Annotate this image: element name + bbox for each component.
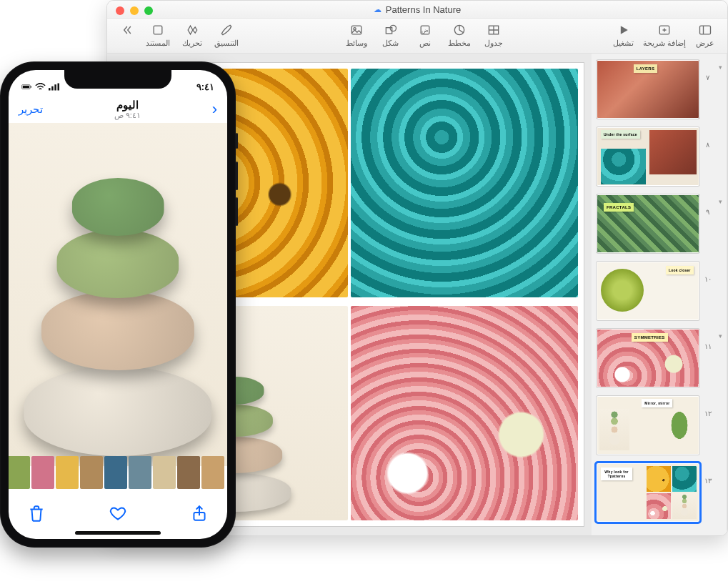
home-indicator[interactable]: [75, 531, 161, 535]
slide-image-shells[interactable]: [351, 306, 578, 520]
nav-header: ‹ اليوم ٩:٤١ ص تحرير: [9, 97, 227, 124]
document-button[interactable]: المستند: [143, 21, 173, 48]
nav-item-10[interactable]: ١٠ Look closer: [596, 261, 722, 321]
titlebar: Patterns In Nature ☁: [107, 1, 727, 19]
trash-button[interactable]: [27, 504, 46, 525]
media-button[interactable]: وسائط: [341, 21, 372, 48]
nav-item-7[interactable]: ▾ ٧ LAYERS: [596, 59, 722, 119]
battery-icon: [21, 83, 32, 91]
volume-up-button[interactable]: [236, 162, 238, 190]
window-title: Patterns In Nature: [386, 4, 462, 15]
wifi-icon: [35, 83, 46, 91]
play-button[interactable]: تشغيل: [609, 21, 639, 48]
sidebar-icon: [693, 21, 717, 39]
add-slide-button[interactable]: إضافة شريحة: [643, 21, 686, 48]
brush-icon: [214, 21, 239, 39]
minimize-icon[interactable]: [130, 6, 139, 15]
chevron-down-icon[interactable]: ▾: [715, 194, 722, 205]
play-icon: [612, 21, 636, 39]
window-controls: [116, 6, 153, 15]
nav-item-11[interactable]: ▾ ١١ SYMMETRIES: [596, 328, 722, 388]
slide-navigator[interactable]: ▾ ٧ LAYERS ٨ Under the surface ▾ ٩: [592, 54, 727, 535]
slide-thumbnail[interactable]: LAYERS: [596, 59, 700, 119]
svg-rect-22: [23, 85, 29, 87]
animate-button[interactable]: تحريك: [177, 21, 207, 48]
animate-icon: [180, 21, 204, 39]
slide-thumbnail[interactable]: Under the surface: [596, 127, 700, 187]
svg-rect-20: [58, 83, 60, 90]
svg-rect-19: [54, 84, 56, 90]
slide-thumbnail[interactable]: SYMMETRIES: [596, 328, 700, 388]
svg-rect-23: [31, 86, 31, 87]
svg-rect-14: [351, 26, 361, 34]
chevron-down-icon[interactable]: ▾: [715, 328, 722, 340]
format-button[interactable]: التنسيق: [211, 21, 241, 48]
slide-thumbnail[interactable]: Look closer: [596, 261, 700, 321]
edit-button[interactable]: تحرير: [19, 103, 43, 116]
slide-image-teal[interactable]: [351, 69, 578, 297]
svg-rect-16: [154, 26, 162, 34]
svg-marker-5: [621, 26, 628, 34]
plus-slide-icon: [652, 21, 677, 39]
nav-item-13[interactable]: ١٣ Why look for patterns?: [596, 462, 722, 523]
zoom-icon[interactable]: [144, 6, 153, 15]
text-button[interactable]: ض نص: [410, 21, 440, 48]
photo-hero[interactable]: [9, 123, 227, 466]
text-icon: ض: [413, 21, 437, 39]
svg-point-13: [390, 25, 396, 31]
nav-item-9[interactable]: ▾ ٩ FRACTALS: [596, 194, 722, 254]
svg-rect-0: [700, 26, 711, 34]
slide-thumbnail[interactable]: FRACTALS: [596, 194, 700, 254]
iphone-screen: ٩:٤١ ‹ اليوم ٩:٤١ ص تحرير: [9, 70, 227, 539]
nav-item-12[interactable]: ١٢ Mirror, mirror: [596, 395, 722, 455]
slide-thumbnail[interactable]: Mirror, mirror: [596, 395, 700, 455]
table-button[interactable]: جدول: [479, 21, 509, 48]
cellular-icon: [49, 83, 59, 91]
document-icon: [146, 21, 170, 39]
media-icon: [344, 21, 369, 39]
favorite-button[interactable]: [109, 504, 127, 525]
mute-switch[interactable]: [236, 133, 238, 149]
back-button[interactable]: ‹: [212, 100, 217, 119]
view-button[interactable]: عرض: [690, 21, 720, 48]
toolbar: عرض إضافة شريحة تشغيل جدول مخطط ض نص شكل: [107, 19, 727, 54]
iphone: ٩:٤١ ‹ اليوم ٩:٤١ ص تحرير: [0, 61, 236, 548]
shape-button[interactable]: شكل: [376, 21, 406, 48]
share-button[interactable]: [190, 504, 209, 525]
chart-button[interactable]: مخطط: [444, 21, 474, 48]
notch: [64, 70, 171, 89]
table-icon: [482, 21, 506, 39]
status-time: ٩:٤١: [196, 81, 214, 92]
slide-thumbnail-selected[interactable]: Why look for patterns?: [596, 462, 700, 523]
nav-title: اليوم ٩:٤١ ص: [114, 99, 141, 120]
svg-rect-17: [49, 88, 51, 90]
collapse-button[interactable]: [114, 21, 139, 39]
nav-item-8[interactable]: ٨ Under the surface: [596, 127, 722, 187]
shape-icon: [379, 21, 403, 39]
chevron-down-icon[interactable]: ▾: [715, 59, 722, 71]
chart-icon: [447, 21, 472, 39]
photo-strip[interactable]: [9, 456, 227, 489]
close-icon[interactable]: [116, 6, 124, 15]
svg-rect-18: [51, 86, 54, 90]
chevrons-icon: [114, 21, 139, 39]
volume-down-button[interactable]: [236, 197, 238, 226]
svg-text:ض: ض: [422, 26, 429, 34]
icloud-icon: ☁: [374, 5, 382, 14]
